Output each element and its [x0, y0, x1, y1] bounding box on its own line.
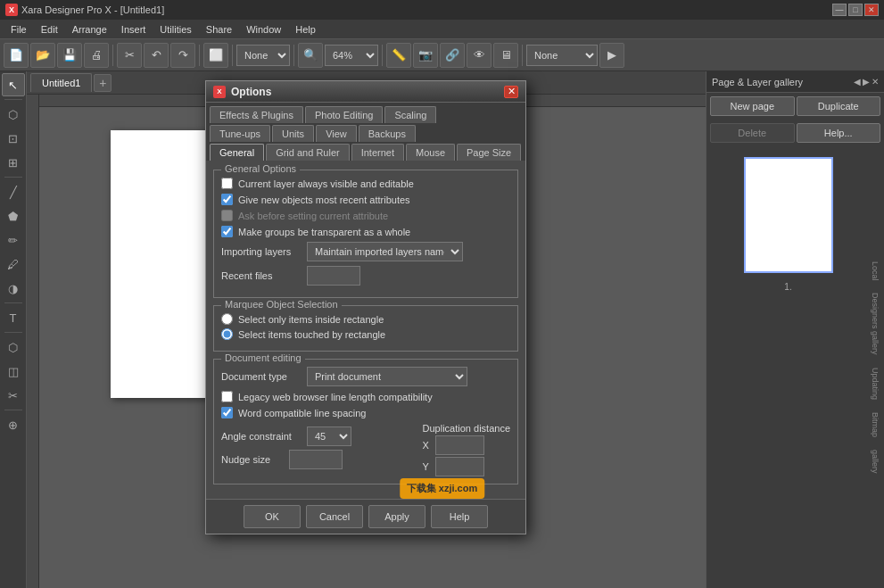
dialog-close-button[interactable]: ✕ — [504, 86, 518, 98]
select-inside-label: Select only items inside rectangle — [238, 314, 384, 325]
document-type-row: Document type Print document — [221, 367, 510, 386]
cancel-button[interactable]: Cancel — [306, 505, 363, 528]
radio-row-2: Select items touched by rectangle — [221, 328, 510, 340]
importing-layers-label: Importing layers — [221, 246, 302, 257]
dialog-tabs-row1: Effects & Plugins Photo Editing Scaling — [210, 106, 522, 123]
help-dialog-button[interactable]: Help — [431, 505, 488, 528]
importing-layers-row: Importing layers Maintain imported layer… — [221, 242, 510, 261]
select-touched-label: Select items touched by rectangle — [238, 329, 385, 340]
ok-button[interactable]: OK — [244, 505, 301, 528]
general-options-title: General Options — [221, 163, 300, 174]
tab-general[interactable]: General — [210, 144, 264, 161]
nudge-size-row: Nudge size 0.1cm — [221, 450, 416, 469]
document-editing-title: Document editing — [221, 352, 305, 363]
recent-files-label: Recent files — [221, 270, 302, 281]
ask-before-checkbox[interactable] — [221, 210, 233, 221]
legacy-label: Legacy web browser line length compatibi… — [238, 392, 433, 402]
dialog-tabs-row3: General Grid and Ruler Internet Mouse Pa… — [210, 144, 522, 161]
tab-grid-ruler[interactable]: Grid and Ruler — [266, 144, 350, 161]
select-inside-radio[interactable] — [221, 313, 233, 325]
marquee-section: Marquee Object Selection Select only ite… — [213, 305, 518, 352]
apply-button[interactable]: Apply — [368, 505, 425, 528]
dup-y-row: Y -0.5cm — [423, 457, 510, 476]
tab-photo-editing[interactable]: Photo Editing — [305, 106, 383, 123]
give-new-objects-checkbox[interactable] — [221, 194, 233, 205]
dup-x-input[interactable]: 0.5cm — [435, 435, 484, 455]
tab-tune-ups[interactable]: Tune-ups — [210, 125, 270, 142]
current-layer-label: Current layer always visible and editabl… — [238, 178, 414, 189]
options-dialog: X Options ✕ Effects & Plugins Photo Edit… — [205, 80, 526, 534]
recent-files-input[interactable]: 20 — [307, 266, 360, 286]
dup-x-label: X — [423, 440, 432, 451]
nudge-size-label: Nudge size — [221, 454, 284, 465]
angle-constraint-select[interactable]: 45 — [307, 427, 351, 446]
tab-internet[interactable]: Internet — [351, 144, 404, 161]
dup-y-input[interactable]: -0.5cm — [435, 457, 484, 476]
recent-files-row: Recent files 20 — [221, 266, 510, 286]
duplication-distance-label: Duplication distance — [423, 423, 510, 434]
make-groups-checkbox[interactable] — [221, 226, 233, 237]
dialog-tabs-row2: Tune-ups Units View Backups — [210, 125, 522, 142]
angle-constraint-label: Angle constraint — [221, 431, 302, 442]
give-new-objects-label: Give new objects most recent attributes — [238, 195, 410, 205]
marquee-title: Marquee Object Selection — [221, 299, 342, 310]
tab-backups[interactable]: Backups — [359, 125, 416, 142]
checkbox-row-3: Ask before setting current attribute — [221, 210, 510, 221]
importing-layers-select[interactable]: Maintain imported layers names — [307, 242, 463, 261]
select-touched-radio[interactable] — [221, 328, 233, 340]
document-type-select[interactable]: Print document — [307, 367, 467, 386]
legacy-checkbox[interactable] — [221, 391, 233, 402]
dialog-overlay: X Options ✕ Effects & Plugins Photo Edit… — [0, 0, 884, 588]
current-layer-checkbox[interactable] — [221, 178, 233, 189]
tab-view[interactable]: View — [316, 125, 357, 142]
dialog-title-bar: X Options ✕ — [206, 81, 525, 103]
dialog-tabs-outer: Effects & Plugins Photo Editing Scaling … — [206, 103, 525, 161]
tab-page-size[interactable]: Page Size — [457, 144, 521, 161]
ask-before-label: Ask before setting current attribute — [238, 211, 388, 221]
checkbox-row-2: Give new objects most recent attributes — [221, 194, 510, 205]
nudge-size-input[interactable]: 0.1cm — [289, 450, 343, 469]
document-editing-section: Document editing Document type Print doc… — [213, 359, 518, 484]
word-compat-label: Word compatible line spacing — [238, 408, 366, 418]
dialog-title-label: Options — [231, 86, 271, 98]
checkbox-row-4: Make groups be transparent as a whole — [221, 226, 510, 237]
tab-scaling[interactable]: Scaling — [384, 106, 436, 123]
word-compat-checkbox[interactable] — [221, 407, 233, 418]
general-options-section: General Options Current layer always vis… — [213, 170, 518, 298]
dialog-icon: X — [213, 86, 226, 98]
checkbox-row-1: Current layer always visible and editabl… — [221, 178, 510, 189]
legacy-checkbox-row: Legacy web browser line length compatibi… — [221, 391, 510, 402]
tab-units[interactable]: Units — [272, 125, 314, 142]
dialog-title-text: X Options — [213, 86, 271, 98]
dialog-body: General Options Current layer always vis… — [206, 162, 525, 499]
radio-row-1: Select only items inside rectangle — [221, 313, 510, 325]
word-compat-checkbox-row: Word compatible line spacing — [221, 407, 510, 418]
tab-effects-plugins[interactable]: Effects & Plugins — [210, 106, 303, 123]
tab-mouse[interactable]: Mouse — [406, 144, 455, 161]
make-groups-label: Make groups be transparent as a whole — [238, 227, 410, 237]
angle-constraint-row: Angle constraint 45 — [221, 427, 416, 446]
document-type-label: Document type — [221, 371, 302, 382]
dialog-footer: OK Cancel Apply Help — [206, 499, 525, 534]
dup-x-row: X 0.5cm — [423, 435, 510, 455]
dup-y-label: Y — [423, 461, 432, 472]
